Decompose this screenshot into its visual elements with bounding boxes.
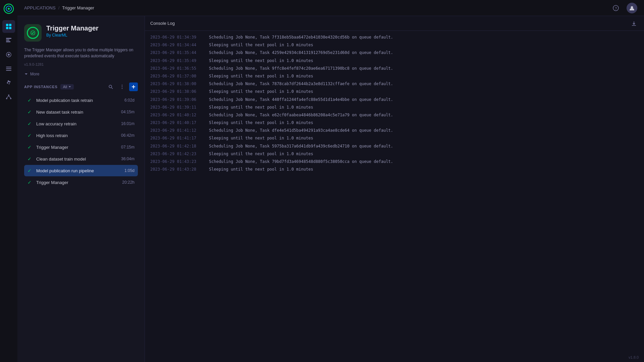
instance-time: 06:42m xyxy=(121,133,135,138)
instances-actions xyxy=(106,82,138,91)
log-row: 2023-06-29 01:38:00 Scheduling Job None,… xyxy=(145,80,644,88)
list-item[interactable]: ✓ Model publication task retrain 6:02d xyxy=(24,95,138,106)
instance-time: 6:02d xyxy=(124,98,135,103)
app-description: The Trigger Manager allows you to define… xyxy=(24,47,138,59)
instances-title: APP INSTANCES xyxy=(24,85,58,89)
log-timestamp: 2023-06-29 01:35:49 xyxy=(150,58,202,64)
app-version: v1.9.0-1281 xyxy=(24,62,138,66)
main-wrapper: APPLICATIONS / Trigger Manager ? xyxy=(17,0,644,362)
svg-rect-13 xyxy=(6,68,11,69)
log-message: Scheduling Job None, Task 440ffa1244fa4e… xyxy=(209,97,393,103)
instance-name: Trigger Manager xyxy=(36,180,119,185)
filter-badge[interactable]: All xyxy=(60,84,74,89)
svg-point-26 xyxy=(122,85,122,85)
svg-point-2 xyxy=(8,8,10,10)
log-timestamp: 2023-06-29 01:42:18 xyxy=(150,143,202,149)
svg-line-25 xyxy=(112,88,113,89)
log-row: 2023-06-29 01:42:23 Sleeping until the n… xyxy=(145,150,644,158)
list-item[interactable]: ✓ High loss retrain 06:42m xyxy=(24,130,138,141)
log-row: 2023-06-29 01:41:12 Scheduling Job None,… xyxy=(145,127,644,134)
log-timestamp: 2023-06-29 01:41:12 xyxy=(150,127,202,134)
log-message: Sleeping until the next pool in 1.0 minu… xyxy=(209,166,313,173)
console-actions xyxy=(629,19,639,28)
topbar-right: ? xyxy=(610,3,637,13)
svg-line-20 xyxy=(9,96,11,98)
app-title: Trigger Manager xyxy=(46,24,138,32)
log-timestamp: 2023-06-29 01:39:11 xyxy=(150,104,202,111)
log-row: 2023-06-29 01:37:00 Sleeping until the n… xyxy=(145,72,644,80)
instance-name: Model publication run pipeline xyxy=(36,168,121,173)
log-timestamp: 2023-06-29 01:41:17 xyxy=(150,135,202,141)
search-button[interactable] xyxy=(106,82,115,91)
instance-time: 1:05d xyxy=(124,168,135,173)
log-message: Sleeping until the next pool in 1.0 minu… xyxy=(209,58,313,64)
check-icon: ✓ xyxy=(28,109,33,115)
log-message: Sleeping until the next pool in 1.0 minu… xyxy=(209,88,313,95)
more-options-button[interactable] xyxy=(118,82,126,91)
more-toggle[interactable]: More xyxy=(24,72,138,76)
list-item[interactable]: ✓ New dataset task retrain 04:15m xyxy=(24,106,138,118)
sidebar-item-pipelines[interactable] xyxy=(2,62,15,75)
log-message: Sleeping until the next pool in 1.0 minu… xyxy=(209,151,313,157)
log-message: Scheduling Job None, Task e62cf0faabea48… xyxy=(209,112,393,118)
log-timestamp: 2023-06-29 01:42:23 xyxy=(150,151,202,157)
instances-header: APP INSTANCES All xyxy=(24,82,138,91)
log-message: Sleeping until the next pool in 1.0 minu… xyxy=(209,104,313,111)
log-timestamp: 2023-06-29 01:35:44 xyxy=(150,50,202,56)
sidebar-item-settings[interactable] xyxy=(2,76,15,89)
user-avatar[interactable] xyxy=(627,3,637,13)
list-item[interactable]: ✓ Trigger Manager 20:22h xyxy=(24,177,138,188)
content-area: Trigger Manager By ClearML The Trigger M… xyxy=(17,16,644,362)
svg-line-19 xyxy=(7,96,9,98)
check-icon: ✓ xyxy=(28,133,33,138)
list-item[interactable]: ✓ Model publication run pipeline 1:05d xyxy=(24,165,138,176)
svg-point-24 xyxy=(109,85,112,88)
instance-name: High loss retrain xyxy=(36,133,118,138)
check-icon: ✓ xyxy=(28,98,33,103)
log-row: 2023-06-29 01:41:17 Sleeping until the n… xyxy=(145,134,644,142)
svg-point-27 xyxy=(122,86,122,87)
download-log-button[interactable] xyxy=(629,19,639,28)
svg-rect-8 xyxy=(6,40,9,41)
list-item[interactable]: ✓ Low accuracy retrain 16:01m xyxy=(24,118,138,129)
svg-point-17 xyxy=(6,98,7,99)
log-row: 2023-06-29 01:40:17 Sleeping until the n… xyxy=(145,119,644,127)
breadcrumb-parent[interactable]: APPLICATIONS xyxy=(24,5,56,10)
version-footer: v1.8.0 xyxy=(145,353,644,362)
log-row: 2023-06-29 01:34:39 Scheduling Job None,… xyxy=(145,34,644,41)
check-icon: ✓ xyxy=(28,168,33,173)
log-timestamp: 2023-06-29 01:36:55 xyxy=(150,65,202,72)
svg-text:?: ? xyxy=(615,6,617,10)
list-item[interactable]: ✓ Trigger Manager 07:15m xyxy=(24,141,138,153)
log-row: 2023-06-29 01:40:12 Scheduling Job None,… xyxy=(145,111,644,119)
sidebar-item-experiments[interactable] xyxy=(2,48,15,61)
log-message: Scheduling Job None, Task 7f318eb5baa647… xyxy=(209,34,393,41)
list-item[interactable]: ✓ Clean dataset train model 36:04m xyxy=(24,153,138,165)
instance-name: Clean dataset train model xyxy=(36,157,118,162)
help-icon[interactable]: ? xyxy=(610,3,621,13)
svg-rect-6 xyxy=(9,27,11,29)
log-message: Scheduling Job None, Task 5975ba317a6d41… xyxy=(209,143,393,149)
log-message: Scheduling Job None, Task 79bd7fd3a46948… xyxy=(209,159,393,165)
log-message: Sleeping until the next pool in 1.0 minu… xyxy=(209,120,313,126)
app-title-block: Trigger Manager By ClearML xyxy=(46,24,138,38)
check-icon: ✓ xyxy=(28,144,33,150)
sidebar-item-dashboard[interactable] xyxy=(2,34,15,47)
log-timestamp: 2023-06-29 01:43:23 xyxy=(150,159,202,165)
app-by: By ClearML xyxy=(46,33,138,38)
log-message: Sleeping until the next pool in 1.0 minu… xyxy=(209,135,313,141)
svg-point-15 xyxy=(8,82,10,84)
svg-point-16 xyxy=(8,95,9,96)
add-instance-button[interactable] xyxy=(129,82,138,91)
instance-time: 07:15m xyxy=(121,145,135,149)
instance-name: Trigger Manager xyxy=(36,145,118,150)
instance-name: Low accuracy retrain xyxy=(36,121,118,126)
check-icon: ✓ xyxy=(28,121,33,126)
app-icon-inner xyxy=(27,27,39,39)
console-body: 2023-06-29 01:34:39 Scheduling Job None,… xyxy=(145,31,644,353)
instance-time: 36:04m xyxy=(121,157,135,161)
sidebar-item-orchestration[interactable] xyxy=(2,90,15,103)
sidebar-item-apps[interactable] xyxy=(2,20,15,33)
log-timestamp: 2023-06-29 01:38:00 xyxy=(150,81,202,87)
instance-name: New dataset task retrain xyxy=(36,110,118,115)
